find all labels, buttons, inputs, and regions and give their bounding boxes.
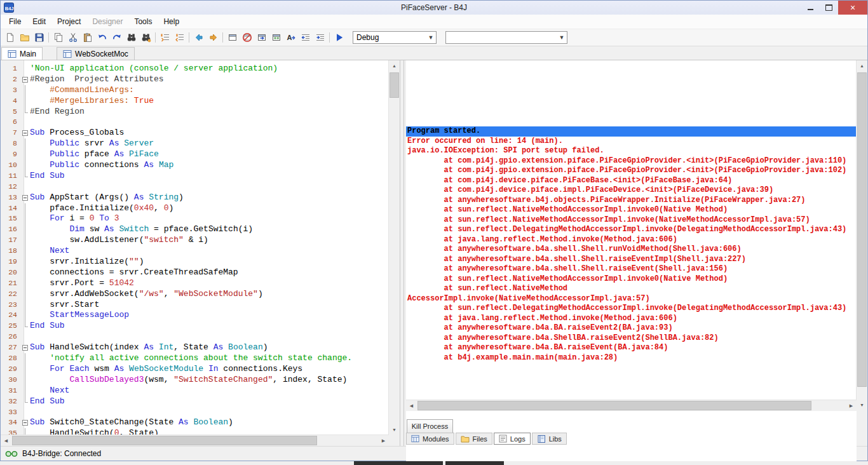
maximize-button[interactable] (820, 1, 838, 15)
editor-horizontal-scrollbar[interactable]: ◀ ▶ (1, 435, 389, 446)
code-text[interactable]: 'Non-UI application (console / server ap… (30, 64, 389, 74)
log-line[interactable]: AccessorImpl.invoke(NativeMethodAccessor… (406, 294, 857, 304)
collapse-icon[interactable] (22, 345, 28, 351)
code-line[interactable]: 1'Non-UI application (console / server a… (1, 64, 389, 74)
code-line[interactable]: 19 srvr.Initialize("") (1, 257, 389, 267)
code-text[interactable]: Sub Process_Globals (30, 128, 389, 138)
panel-tab-modules[interactable]: Modules (406, 433, 454, 445)
log-line[interactable]: at anywheresoftware.b4a.shell.Shell.rais… (406, 264, 857, 274)
collapse-icon[interactable] (22, 195, 28, 201)
abstract-designer-icon[interactable] (269, 30, 283, 44)
log-line[interactable]: at sun.reflect.NativeMethodAccessorImpl.… (406, 215, 857, 226)
scroll-up-icon[interactable]: ▲ (389, 60, 400, 71)
log-line[interactable]: Error occurred on line: 14 (main). (406, 137, 857, 147)
code-text[interactable] (30, 332, 389, 342)
log-line[interactable]: at b4j.example.main.main(main.java:28) (406, 353, 857, 363)
menu-designer[interactable]: Designer (86, 15, 128, 28)
code-line[interactable]: 26 (1, 332, 389, 342)
menu-help[interactable]: Help (158, 15, 185, 28)
panel-tab-libs[interactable]: Libs (532, 433, 567, 445)
scroll-down-icon[interactable]: ▼ (389, 424, 400, 435)
code-text[interactable]: sw.AddListener("switch" & i) (30, 235, 389, 246)
code-line[interactable]: 13Sub AppStart (Args() As String) (1, 192, 389, 203)
collapse-icon[interactable] (22, 77, 28, 83)
save-icon[interactable] (32, 30, 46, 44)
code-line[interactable]: 20 connections = srvr.CreateThreadSafeMa… (1, 267, 389, 278)
menu-file[interactable]: File (3, 15, 27, 28)
fold-toggle[interactable] (20, 342, 30, 353)
code-line[interactable]: 25End Sub (1, 321, 389, 332)
code-text[interactable]: CallSubDelayed3(wsm, "SwitchStateChanged… (30, 375, 389, 386)
scroll-down-icon[interactable]: ▼ (857, 400, 867, 410)
code-text[interactable]: For Each wsm As WebSocketModule In conne… (30, 364, 389, 375)
logs-horizontal-scrollbar[interactable]: ◀ ▶ (406, 400, 857, 411)
navigate-back-icon[interactable] (191, 30, 206, 44)
log-line[interactable]: at anywheresoftware.b4a.ShellBA.raiseEve… (406, 334, 857, 344)
editor-vertical-scrollbar[interactable]: ▲ ▼ (388, 60, 400, 435)
collapse-icon[interactable] (22, 420, 28, 426)
code-text[interactable]: srvr.AddWebSocket("/ws", "WebSocketModul… (30, 289, 389, 300)
code-text[interactable]: 'notify all active connections about the… (30, 353, 389, 364)
code-text[interactable]: Public connections As Map (30, 160, 389, 171)
editor-hscroll-thumb[interactable] (12, 436, 317, 445)
code-line[interactable]: 34Sub Switch0_StateChange(State As Boole… (1, 417, 389, 428)
code-text[interactable]: End Sub (30, 396, 389, 407)
code-line[interactable]: 22 srvr.AddWebSocket("/ws", "WebSocketMo… (1, 289, 389, 300)
code-line[interactable]: 16 Dim sw As Switch = pface.GetSwitch(i) (1, 224, 389, 235)
find-next-icon[interactable] (139, 30, 153, 44)
panel-tab-logs[interactable]: Logs (494, 433, 531, 445)
paste-icon[interactable] (80, 30, 95, 44)
code-text[interactable]: For i = 0 To 3 (30, 213, 389, 224)
code-line[interactable]: 12 (1, 182, 389, 192)
fold-toggle[interactable] (20, 128, 30, 138)
log-line[interactable]: at anywheresoftware.b4a.shell.Shell.rais… (406, 255, 857, 265)
code-text[interactable]: #CommandLineArgs: (30, 85, 389, 96)
log-line[interactable]: at com.pi4j.gpio.extension.piface.PiFace… (406, 166, 857, 176)
code-text[interactable]: srvr.Start (30, 300, 389, 311)
log-line-selected[interactable]: Program started. (406, 126, 857, 137)
code-line[interactable]: 7Sub Process_Globals (1, 128, 389, 138)
code-line[interactable]: 28 'notify all active connections about … (1, 353, 389, 364)
code-text[interactable]: Sub HandleSwitch(index As Int, State As … (30, 342, 389, 353)
copy-icon[interactable] (51, 30, 65, 44)
code-line[interactable]: 4 #MergeLibraries: True (1, 96, 389, 107)
title-bar[interactable]: B4J PiFaceServer - B4J × (1, 1, 867, 15)
tab-websocketmoc[interactable]: WebSocketMoc (57, 47, 135, 60)
logs-hscroll-thumb[interactable] (417, 401, 811, 410)
code-line[interactable]: 5#End Region (1, 107, 389, 118)
log-line[interactable]: at sun.reflect.DelegatingMethodAccessorI… (406, 304, 857, 314)
undo-icon[interactable] (95, 30, 109, 44)
uncomment-icon[interactable] (172, 30, 187, 44)
kill-process-button[interactable]: Kill Process (407, 419, 453, 433)
scroll-left-icon[interactable]: ◀ (406, 400, 417, 411)
menu-tools[interactable]: Tools (128, 15, 158, 28)
code-line[interactable]: 10 Public connections As Map (1, 160, 389, 171)
log-line[interactable]: java.io.IOException: SPI port setup fail… (406, 146, 857, 156)
module-selector-dropdown[interactable]: ▼ (445, 31, 567, 44)
code-line[interactable]: 24 StartMessageLoop (1, 310, 389, 321)
code-text[interactable]: End Sub (30, 171, 389, 182)
fold-toggle[interactable] (20, 192, 30, 203)
log-line[interactable]: at com.pi4j.device.piface.PiFaceBase.<in… (406, 176, 857, 186)
log-line[interactable]: at anywheresoftware.b4a.shell.Shell.runV… (406, 245, 857, 255)
log-line[interactable]: at sun.reflect.DelegatingMethodAccessorI… (406, 225, 857, 235)
log-line[interactable]: at sun.reflect.NativeMethodAccessorImpl.… (406, 205, 857, 215)
log-line[interactable]: at sun.reflect.NativeMethodAccessorImpl.… (406, 274, 857, 285)
menu-edit[interactable]: Edit (27, 15, 51, 28)
code-line[interactable]: 6 (1, 117, 389, 128)
logs-vertical-scrollbar[interactable]: ▲ ▼ (856, 60, 867, 410)
scroll-up-icon[interactable]: ▲ (857, 60, 867, 71)
logs-vscroll-thumb[interactable] (857, 72, 867, 387)
code-text[interactable]: End Sub (30, 321, 389, 332)
code-text[interactable]: #MergeLibraries: True (30, 96, 389, 107)
scroll-right-icon[interactable]: ▶ (378, 435, 389, 446)
code-text[interactable]: Public srvr As Server (30, 138, 389, 149)
code-line[interactable]: 14 pface.Initialize(0x40, 0) (1, 203, 389, 214)
code-line[interactable]: 2#Region Project Attributes (1, 74, 389, 85)
code-text[interactable]: srvr.Port = 51042 (30, 278, 389, 289)
code-text[interactable]: Dim sw As Switch = pface.GetSwitch(i) (30, 224, 389, 235)
code-text[interactable] (30, 182, 389, 192)
scroll-left-icon[interactable]: ◀ (1, 435, 11, 446)
log-line[interactable]: at com.pi4j.device.piface.impl.PiFaceDev… (406, 185, 857, 196)
log-line[interactable]: at sun.reflect.NativeMethod (406, 284, 857, 294)
